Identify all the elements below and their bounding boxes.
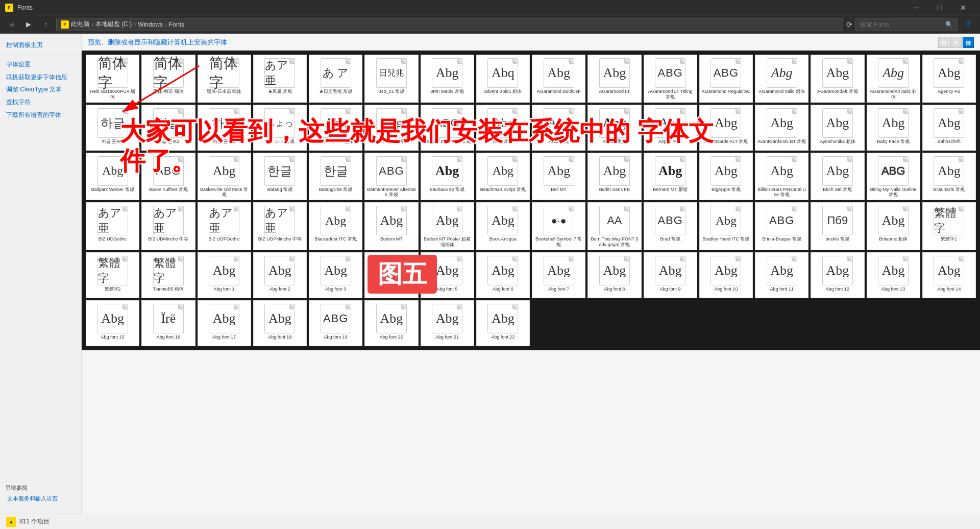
font-item[interactable]: Abq advent Bold1 粗体 — [476, 55, 530, 103]
font-item[interactable]: Abg AGaramond Italic 斜体 — [755, 55, 808, 103]
sidebar-item-download[interactable]: 下载所有语言的字体 — [0, 109, 81, 122]
font-item[interactable]: あア亜 BIZ UDPGothic — [198, 202, 251, 250]
font-item[interactable]: Abg Arvo 常规 — [476, 105, 530, 151]
font-item[interactable]: Abg Abg font 14 — [922, 252, 976, 298]
search-box[interactable]: 🔍 — [855, 18, 958, 31]
font-item[interactable]: Abg Beachman Script 常规 — [476, 153, 530, 201]
font-item[interactable]: 한글 Batang 常规 — [253, 153, 307, 201]
help-button[interactable]: ? — [961, 18, 976, 31]
font-item[interactable]: Abg Birch Std 常规 — [811, 153, 864, 201]
sidebar-text-services[interactable]: 文本服务和输入语言 — [5, 494, 60, 503]
font-item[interactable]: 하글 하글 폰트1 — [86, 105, 139, 151]
font-item[interactable]: Abg Ascii 常规 — [532, 105, 585, 151]
font-item[interactable]: Abg Agency FB — [922, 55, 976, 103]
font-item[interactable]: Abg 8Pin Matrix 常规 — [421, 55, 474, 103]
font-item[interactable]: Abg Abg font 6 — [476, 252, 530, 298]
font-item[interactable]: Abg Bodoni MT Poster 超紧缩细体 — [421, 202, 474, 250]
font-item[interactable]: Abg Abg font 10 — [699, 252, 753, 298]
sidebar-item-cleartype[interactable]: 调整 ClearType 文本 — [0, 83, 81, 96]
font-item[interactable]: 한글 BatangChe 常规 — [309, 153, 362, 201]
sidebar-item-home[interactable]: 控制面板主页 — [0, 39, 81, 52]
font-item[interactable]: Abg Bernard MT 紧缩 — [644, 153, 697, 201]
font-item[interactable]: Abg Bitsumishi 常规 — [922, 153, 976, 201]
font-item[interactable]: あア亜 BIZ UDPMincho 中等 — [253, 202, 307, 250]
font-item[interactable]: 日兒兆 04b_21 常规 — [364, 55, 418, 103]
font-item[interactable]: ABG Biting My Nails Outline 常规 — [867, 153, 920, 201]
font-item[interactable]: Abg Britannic 粗体 — [867, 202, 920, 250]
font-item[interactable]: Abg Abg font 2 — [253, 252, 307, 298]
view-active-icon[interactable]: ▦ — [963, 37, 974, 48]
refresh-button[interactable]: ⟳ — [846, 20, 852, 29]
minimize-button[interactable]: ─ — [904, 0, 928, 15]
font-item[interactable]: Abg Abg font 1 — [198, 252, 251, 298]
font-item[interactable]: Abg Ayosmonika 粗体 — [811, 105, 864, 151]
font-item[interactable]: ABG Brad 常规 — [644, 202, 697, 250]
font-item[interactable]: Abg Bahnschrift — [922, 105, 976, 151]
view-small-icon[interactable]: ≡ — [950, 37, 962, 48]
font-item[interactable]: あア亜 BIZ UDMincho 中等 — [141, 202, 195, 250]
font-item[interactable]: Abg Billion Stars Personal Use 常规 — [755, 153, 808, 201]
font-item[interactable]: Abg Abg font 18 — [253, 300, 307, 346]
font-item[interactable]: Abg Ashby 黑体 — [587, 105, 641, 151]
font-item[interactable]: Ïrë Abg font 16 — [141, 300, 195, 346]
font-item[interactable]: Abg Abg font 8 — [587, 252, 641, 298]
maximize-button[interactable]: □ — [928, 0, 951, 15]
font-item[interactable]: あア亜 ★风暴 常规 — [253, 55, 307, 103]
font-item[interactable]: あ ア ★日文毛笔 常规 — [309, 55, 362, 103]
font-item[interactable]: Пб9 brickle 常规 — [811, 202, 864, 250]
close-button[interactable]: ✕ — [951, 0, 975, 15]
font-item[interactable]: ABG Army of Darkness 常规 — [421, 105, 474, 151]
font-item[interactable]: あア亜 BIZ UDGothic — [86, 202, 139, 250]
font-item[interactable]: Abg AGaramondAlt 常规 — [811, 55, 864, 103]
font-item[interactable]: ABG AGaramond RegularSC — [699, 55, 753, 103]
font-item[interactable]: Abg Abg font 11 — [755, 252, 808, 298]
font-item[interactable]: Abg AvantGarde ALT 常规 — [699, 105, 753, 151]
font-item[interactable]: ABG BatmanForever Alternate 常规 — [364, 153, 418, 201]
font-item[interactable]: Abg Abg font 3 — [309, 252, 362, 298]
font-item[interactable]: 繁體字 繁體字2 — [86, 252, 139, 298]
font-item[interactable]: 하글 하글 폰트2 — [141, 105, 195, 151]
font-item[interactable]: Abg Abg font 4 — [364, 252, 418, 298]
font-item[interactable]: Abg Abg font 13 — [867, 252, 920, 298]
back-button[interactable]: ◀ — [4, 17, 18, 32]
font-item[interactable]: Abg Aspire 中等 — [644, 105, 697, 151]
font-item[interactable]: Abg Abg font 5 — [421, 252, 474, 298]
font-item[interactable]: Abg Abg font 17 — [198, 300, 251, 346]
font-item[interactable]: Abg AGaramond BoldOsF — [532, 55, 585, 103]
font-item[interactable]: ちょっ フォント 常规 — [253, 105, 307, 151]
sidebar-item-font-settings[interactable]: 字体设置 — [0, 58, 81, 71]
font-item[interactable]: ABG Baron Kuffner 常规 — [141, 153, 195, 201]
font-item[interactable]: Abg Abg font 21 — [421, 300, 474, 346]
font-item[interactable]: Abg Ballpark Weiner 常规 — [86, 153, 139, 201]
font-item[interactable]: ABG Abg font 19 — [309, 300, 362, 346]
font-item[interactable]: 繁體字 繁體字1 — [922, 202, 976, 250]
font-item[interactable]: Abg Blackadder ITC 常规 — [309, 202, 362, 250]
font-item[interactable]: Abg Albertus MS 常规 — [364, 105, 418, 151]
font-item[interactable]: Abg Baskerville Old Face 常规 — [198, 153, 251, 201]
font-item[interactable]: ●·● Bookshelf Symbol 7 常规 — [532, 202, 585, 250]
font-item[interactable]: AA Born This Way FONT (lady gaga) 常规 — [587, 202, 641, 250]
forward-button[interactable]: ▶ — [21, 17, 36, 32]
font-item[interactable]: Abg AvantGarde Bk BT 常规 — [755, 105, 808, 151]
font-item[interactable]: ABG Bric-a-Braque 常规 — [755, 202, 808, 250]
font-item[interactable]: Abg Abg font 15 — [86, 300, 139, 346]
font-item[interactable]: 简体字 Heiti GB18030PUA 细体 — [86, 55, 139, 103]
font-item[interactable]: Abg BigApple 常规 — [699, 153, 753, 201]
font-item[interactable]: Abg Abg font 9 — [644, 252, 697, 298]
font-item[interactable]: Abg Book Antiqua — [476, 202, 530, 250]
sidebar-item-online-fonts[interactable]: 联机获取更多字体信息 — [0, 71, 81, 84]
font-item[interactable]: Abg Abg font 20 — [364, 300, 418, 346]
font-item[interactable]: Abg Abg font 12 — [811, 252, 864, 298]
font-item[interactable]: 简体字 黑体-日本语 细体 — [198, 55, 251, 103]
view-large-icon[interactable]: ⊞ — [938, 37, 949, 48]
font-item[interactable]: 简体字 黑体-韩语 细体 — [141, 55, 195, 103]
font-item[interactable]: Abg Baby Face 常规 — [867, 105, 920, 151]
font-item[interactable]: 繁體字 TianniuB5 粗体 — [141, 252, 195, 298]
font-item[interactable]: ABG AGaramond LT Titling 常规 — [644, 55, 697, 103]
font-item[interactable]: Abg Abg font 22 — [476, 300, 530, 346]
font-item[interactable]: Abg Albertus MT 粗体 — [309, 105, 362, 151]
font-item[interactable]: Abg Berlin Sans FB — [587, 153, 641, 201]
breadcrumb-fonts[interactable]: Fonts — [169, 21, 184, 28]
font-item[interactable]: Abg Abg font 7 — [532, 252, 585, 298]
breadcrumb-pc[interactable]: 此电脑 — [71, 20, 89, 29]
